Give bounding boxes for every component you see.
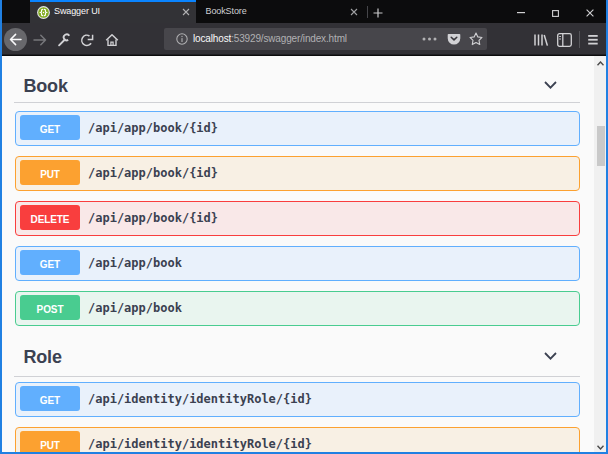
wrench-shape: [59, 34, 69, 45]
back-arrow-icon: [8, 32, 23, 47]
home-icon[interactable]: [104, 32, 120, 48]
endpoint-path: /api/app/book/{id}: [88, 112, 218, 144]
url-text: localhost:53929/swagger/index.html: [193, 28, 347, 50]
forward-button[interactable]: [33, 33, 48, 47]
endpoint-path: /api/app/book/{id}: [88, 157, 218, 189]
tab-bookstore[interactable]: BookStore: [196, 0, 367, 23]
scrollbar-track[interactable]: [594, 56, 606, 452]
method-badge: PUT: [20, 160, 80, 185]
endpoint-path: /api/identity/identityRole/{id}: [88, 428, 312, 453]
endpoint-row-get[interactable]: GET/api/app/book/{id}: [15, 111, 580, 146]
method-badge: PUT: [20, 431, 80, 452]
toolbar-separator: [579, 31, 580, 48]
section-divider: [14, 376, 580, 377]
tab-bar: Swagger UI BookStore: [0, 0, 608, 23]
tab-close-icon[interactable]: [350, 8, 358, 16]
url-host: localhost: [193, 33, 231, 44]
endpoint-path: /api/identity/identityRole/{id}: [88, 383, 312, 415]
menu-hamburger-icon[interactable]: [588, 35, 598, 46]
scroll-down-icon[interactable]: [597, 445, 604, 450]
window-minimize-button[interactable]: [517, 12, 525, 14]
tab-title: Swagger UI: [54, 0, 100, 23]
page-content: BookGET/api/app/book/{id}PUT/api/app/boo…: [2, 56, 595, 452]
endpoint-row-get[interactable]: GET/api/app/book: [15, 246, 580, 281]
endpoint-row-put[interactable]: PUT/api/identity/identityRole/{id}: [15, 427, 580, 453]
section-divider: [14, 102, 580, 103]
bookmark-star-icon[interactable]: [469, 32, 483, 46]
sidebar-icon[interactable]: [557, 33, 572, 47]
endpoint-path: /api/app/book: [88, 247, 182, 279]
browser-window: Swagger UI BookStore: [0, 0, 608, 454]
method-badge: GET: [20, 115, 80, 140]
scrollbar-thumb[interactable]: [597, 126, 605, 166]
window-maximize-button[interactable]: [552, 10, 559, 17]
wrench-icon[interactable]: [56, 32, 72, 48]
method-badge: DELETE: [20, 205, 80, 230]
chevron-down-icon[interactable]: [544, 352, 557, 360]
section-heading[interactable]: Role: [24, 347, 62, 368]
endpoint-row-put[interactable]: PUT/api/app/book/{id}: [15, 156, 580, 191]
method-badge: GET: [20, 386, 80, 411]
page-actions-icon[interactable]: [422, 37, 437, 41]
reload-icon[interactable]: [79, 32, 95, 48]
tab-swagger-ui[interactable]: Swagger UI: [30, 0, 196, 23]
section-heading[interactable]: Book: [24, 76, 68, 97]
tab-separator: [367, 6, 368, 18]
navigation-toolbar: localhost:53929/swagger/index.html: [0, 23, 608, 55]
endpoint-row-delete[interactable]: DELETE/api/app/book/{id}: [15, 201, 580, 236]
library-icon[interactable]: [533, 32, 549, 48]
chevron-down-icon[interactable]: [544, 81, 557, 89]
method-badge: POST: [20, 295, 80, 320]
endpoint-path: /api/app/book/{id}: [88, 202, 218, 234]
window-close-button[interactable]: [586, 9, 594, 17]
url-rest: :53929/swagger/index.html: [231, 33, 347, 44]
endpoint-row-get[interactable]: GET/api/identity/identityRole/{id}: [15, 382, 580, 417]
url-bar[interactable]: localhost:53929/swagger/index.html: [164, 28, 487, 50]
back-button[interactable]: [4, 28, 27, 51]
swagger-favicon-icon: [37, 6, 50, 19]
new-tab-button[interactable]: [373, 8, 383, 18]
endpoint-path: /api/app/book: [88, 292, 182, 324]
method-badge: GET: [20, 250, 80, 275]
info-icon[interactable]: [176, 33, 188, 45]
pocket-icon[interactable]: [447, 32, 461, 46]
tab-title: BookStore: [206, 0, 247, 23]
scroll-up-icon[interactable]: [597, 61, 604, 66]
endpoint-row-post[interactable]: POST/api/app/book: [15, 291, 580, 326]
window-border-left: [0, 0, 2, 454]
tab-close-icon[interactable]: [182, 8, 190, 16]
